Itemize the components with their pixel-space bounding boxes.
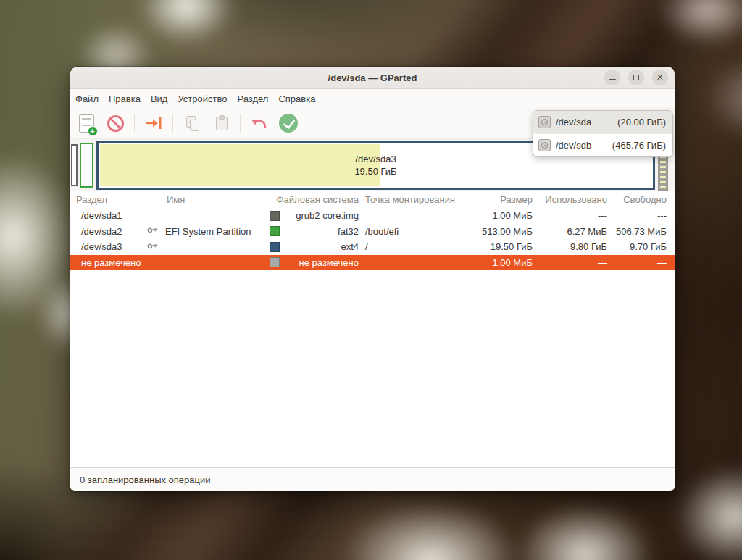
graphic-segment-sda2[interactable] bbox=[80, 143, 93, 188]
new-partition-icon bbox=[79, 114, 94, 133]
toolbar-separator bbox=[172, 114, 173, 132]
cell-mountpoint: /boot/efi bbox=[362, 226, 482, 237]
close-button[interactable]: × bbox=[652, 70, 668, 85]
device-name: /dev/sda bbox=[556, 117, 591, 128]
graphic-partition-size: 19.50 ГиБ bbox=[354, 165, 396, 177]
minimize-icon bbox=[609, 79, 616, 80]
header-size: Размер bbox=[482, 194, 536, 205]
device-size: (20.00 ГиБ) bbox=[617, 117, 666, 128]
cell-filesystem: ext4 bbox=[280, 241, 362, 252]
graphic-segment-sda1[interactable] bbox=[71, 144, 78, 186]
table-row-sda3[interactable]: /dev/sda3 ext4 / 19.50 ГиБ 9.80 ГиБ 9.70… bbox=[70, 239, 675, 255]
pending-operations-text: 0 запланированных операций bbox=[80, 475, 211, 485]
cell-free: — bbox=[612, 257, 675, 268]
copy-partition-icon bbox=[183, 114, 201, 132]
key-icon bbox=[146, 240, 160, 252]
header-filesystem: Файловая система bbox=[255, 194, 362, 205]
menu-view[interactable]: Вид bbox=[146, 93, 173, 104]
cell-size: 513.00 МиБ bbox=[482, 226, 536, 237]
table-row-sda2[interactable]: /dev/sda2 EFI System Partition fat32 /bo… bbox=[70, 224, 675, 240]
delete-partition-button[interactable] bbox=[103, 111, 128, 135]
table-empty-area bbox=[70, 270, 675, 467]
window-title: /dev/sda — GParted bbox=[70, 72, 675, 83]
device-option-sdb[interactable]: /dev/sdb (465.76 ГиБ) bbox=[533, 133, 672, 156]
maximize-icon bbox=[633, 75, 639, 80]
minimize-button[interactable] bbox=[604, 70, 620, 85]
used-space-fill bbox=[100, 144, 380, 186]
cell-used: 6.27 МиБ bbox=[536, 226, 612, 237]
menu-file[interactable]: Файл bbox=[70, 93, 104, 104]
cell-mountpoint: / bbox=[362, 241, 482, 252]
resize-move-icon bbox=[144, 115, 163, 131]
cell-free: --- bbox=[612, 210, 675, 221]
cell-free: 9.70 ГиБ bbox=[612, 241, 675, 252]
header-name: Имя bbox=[161, 194, 255, 205]
gparted-window: /dev/sda — GParted × Файл Правка Вид Уст… bbox=[70, 67, 675, 491]
cell-free: 506.73 МиБ bbox=[612, 226, 675, 237]
apply-operations-icon bbox=[279, 114, 298, 133]
menu-device[interactable]: Устройство bbox=[172, 93, 232, 104]
apply-operations-button[interactable] bbox=[276, 111, 301, 135]
cell-partition: /dev/sda2 bbox=[81, 226, 122, 237]
copy-partition-button[interactable] bbox=[180, 111, 204, 135]
cell-partition: не размечено bbox=[81, 257, 141, 268]
delete-partition-icon bbox=[107, 115, 124, 132]
toolbar-separator bbox=[134, 114, 135, 132]
filesystem-color-swatch bbox=[270, 242, 280, 252]
new-partition-button[interactable] bbox=[74, 111, 99, 135]
menu-edit[interactable]: Правка bbox=[104, 93, 146, 104]
cell-filesystem: fat32 bbox=[280, 226, 362, 237]
cell-name: EFI System Partition bbox=[161, 226, 255, 237]
cell-filesystem: grub2 core.img bbox=[280, 210, 362, 221]
header-free: Свободно bbox=[612, 194, 675, 205]
toolbar-separator bbox=[240, 114, 241, 132]
filesystem-color-swatch bbox=[270, 257, 280, 267]
window-controls: × bbox=[604, 70, 675, 85]
paste-partition-button[interactable] bbox=[209, 111, 233, 135]
device-dropdown: /dev/sda (20.00 ГиБ) /dev/sdb (465.76 Ги… bbox=[533, 110, 673, 157]
filesystem-color-swatch bbox=[270, 211, 280, 221]
menu-partition[interactable]: Раздел bbox=[232, 93, 273, 104]
graphic-partition-name: /dev/sda3 bbox=[354, 153, 396, 165]
resize-move-button[interactable] bbox=[141, 111, 166, 135]
undo-button[interactable] bbox=[247, 111, 272, 135]
device-name: /dev/sdb bbox=[556, 140, 591, 151]
table-header: Раздел Имя Файловая система Точка монтир… bbox=[70, 191, 675, 208]
header-used: Использовано bbox=[536, 194, 612, 205]
cell-size: 1.00 МиБ bbox=[482, 257, 536, 268]
key-icon bbox=[146, 225, 160, 237]
disk-icon bbox=[538, 116, 551, 128]
header-partition: Раздел bbox=[70, 194, 161, 205]
cell-filesystem: не размечено bbox=[280, 257, 362, 268]
statusbar: 0 запланированных операций bbox=[70, 467, 675, 491]
table-row-unallocated[interactable]: не размечено не размечено 1.00 МиБ — — bbox=[70, 255, 675, 271]
graphic-segment-label: /dev/sda3 19.50 ГиБ bbox=[354, 153, 396, 177]
titlebar[interactable]: /dev/sda — GParted × bbox=[70, 67, 675, 89]
undo-icon bbox=[250, 114, 269, 132]
disk-icon bbox=[538, 139, 551, 151]
cell-used: 9.80 ГиБ bbox=[536, 241, 612, 252]
device-size: (465.76 ГиБ) bbox=[612, 140, 666, 151]
cell-partition: /dev/sda1 bbox=[81, 210, 122, 221]
menu-help[interactable]: Справка bbox=[273, 93, 320, 104]
cell-size: 1.00 МиБ bbox=[482, 210, 536, 221]
maximize-button[interactable] bbox=[628, 70, 644, 85]
cell-used: — bbox=[536, 257, 612, 268]
cell-size: 19.50 ГиБ bbox=[482, 241, 536, 252]
device-option-sda[interactable]: /dev/sda (20.00 ГиБ) bbox=[533, 111, 672, 133]
menubar: Файл Правка Вид Устройство Раздел Справк… bbox=[70, 89, 675, 108]
close-icon: × bbox=[656, 72, 663, 83]
cell-used: --- bbox=[536, 210, 612, 221]
filesystem-color-swatch bbox=[270, 226, 280, 236]
table-row-sda1[interactable]: /dev/sda1 grub2 core.img 1.00 МиБ --- --… bbox=[70, 208, 675, 224]
cell-partition: /dev/sda3 bbox=[81, 241, 122, 252]
paste-partition-icon bbox=[212, 114, 230, 132]
header-mountpoint: Точка монтирования bbox=[362, 194, 482, 205]
